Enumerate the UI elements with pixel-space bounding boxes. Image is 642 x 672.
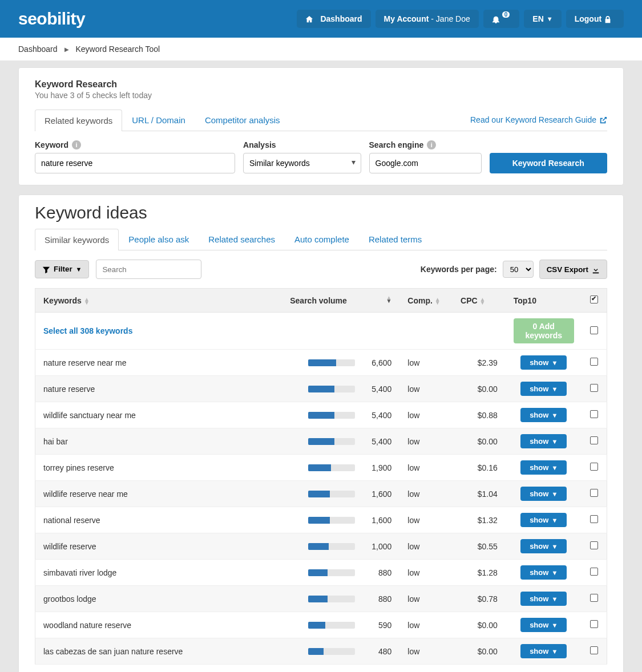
table-row: torrey pines reserve1,900low$0.16show ▼: [35, 455, 607, 481]
show-top10-button[interactable]: show ▼: [520, 487, 567, 501]
show-top10-button[interactable]: show ▼: [520, 618, 567, 632]
show-top10-button[interactable]: show ▼: [520, 408, 567, 422]
tab-url-domain[interactable]: URL / Domain: [122, 109, 195, 131]
col-select-all[interactable]: [582, 289, 607, 313]
checkbox[interactable]: [590, 594, 598, 602]
checkbox[interactable]: [590, 489, 598, 497]
keyword-label: Keyword i: [35, 140, 235, 149]
select-all-link[interactable]: Select all 308 keywords: [43, 326, 132, 335]
table-row: hai bar5,400low$0.00show ▼: [35, 428, 607, 455]
top-bar: seobility Dashboard My Account - Jane Do…: [0, 0, 642, 38]
show-top10-button[interactable]: show ▼: [520, 382, 567, 396]
keyword-input[interactable]: [35, 153, 235, 173]
keywords-per-page-select[interactable]: 50: [503, 261, 534, 278]
show-top10-button[interactable]: show ▼: [520, 592, 567, 606]
col-cpc[interactable]: CPC▲▼: [453, 289, 506, 313]
notifications-button[interactable]: 0: [483, 10, 520, 28]
breadcrumb-sep: ▶: [64, 46, 69, 52]
cpc-cell: $1.28: [453, 560, 506, 586]
tab-related-searches[interactable]: Related searches: [199, 228, 285, 250]
keyword-ideas-panel: Keyword ideas Similar keywords People al…: [18, 195, 624, 672]
show-top10-button[interactable]: show ▼: [520, 513, 567, 527]
checkbox[interactable]: [590, 646, 598, 654]
checkbox-master-icon[interactable]: [590, 295, 598, 303]
volume-value: 5,400: [364, 437, 391, 446]
keyword-cell: nature reserve near me: [35, 350, 282, 376]
keyword-cell: wildlife reserve near me: [35, 481, 282, 507]
checkbox[interactable]: [590, 515, 598, 523]
tab-related-keywords[interactable]: Related keywords: [35, 110, 122, 131]
checkbox[interactable]: [590, 463, 598, 471]
breadcrumb-current: Keyword Research Tool: [76, 44, 160, 54]
checkbox[interactable]: [590, 541, 598, 549]
add-keywords-button[interactable]: 0 Add keywords: [514, 318, 574, 343]
table-row: simbavati river lodge880low$1.28show ▼: [35, 560, 607, 586]
checkbox[interactable]: [590, 410, 598, 418]
cpc-cell: $0.16: [453, 455, 506, 481]
checkbox[interactable]: [590, 436, 598, 444]
col-comp[interactable]: Comp.▲▼: [399, 289, 453, 313]
show-top10-button[interactable]: show ▼: [520, 644, 567, 658]
chevron-down-icon: ▼: [76, 266, 82, 273]
tab-similar-keywords[interactable]: Similar keywords: [35, 229, 119, 250]
external-link-icon: [599, 115, 607, 124]
download-icon: [592, 265, 600, 273]
col-keywords[interactable]: Keywords▲▼: [35, 289, 282, 313]
tab-people-also-ask[interactable]: People also ask: [119, 228, 199, 250]
csv-export-button[interactable]: CSV Export: [539, 260, 607, 279]
dashboard-button[interactable]: Dashboard: [297, 10, 370, 28]
keyword-research-submit[interactable]: Keyword Research: [490, 153, 607, 173]
checkbox[interactable]: [590, 326, 598, 334]
info-icon[interactable]: i: [72, 140, 81, 149]
account-user: Jane Doe: [436, 14, 470, 23]
tab-related-terms[interactable]: Related terms: [359, 228, 431, 250]
language-button[interactable]: EN ▼: [524, 10, 561, 28]
cpc-cell: $0.00: [453, 638, 506, 665]
logo: seobility: [18, 9, 85, 29]
account-button[interactable]: My Account - Jane Doe: [375, 10, 479, 28]
volume-bar: [308, 491, 355, 497]
tab-auto-complete[interactable]: Auto complete: [285, 228, 359, 250]
filter-button[interactable]: Filter ▼: [35, 260, 89, 278]
chevron-down-icon: ▼: [551, 464, 558, 471]
show-top10-button[interactable]: show ▼: [520, 434, 567, 448]
show-top10-button[interactable]: show ▼: [520, 539, 567, 553]
search-input[interactable]: [96, 260, 201, 279]
checkbox[interactable]: [590, 568, 598, 576]
breadcrumb-root[interactable]: Dashboard: [18, 44, 58, 54]
volume-cell: 1,600: [282, 507, 399, 533]
comp-cell: low: [399, 612, 453, 638]
logout-label: Logout: [575, 14, 601, 23]
info-icon[interactable]: i: [427, 140, 436, 149]
analysis-label: Analysis: [243, 140, 361, 149]
logout-button[interactable]: Logout: [566, 10, 624, 28]
show-top10-button[interactable]: show ▼: [520, 565, 567, 580]
panel-title: Keyword Research: [35, 79, 607, 90]
checkbox[interactable]: [590, 384, 598, 392]
checkbox[interactable]: [590, 358, 598, 366]
chevron-down-icon: ▼: [551, 569, 558, 576]
volume-value: 1,600: [364, 489, 391, 499]
account-label: My Account: [384, 14, 429, 23]
volume-value: 1,900: [364, 463, 391, 472]
show-top10-button[interactable]: show ▼: [520, 355, 567, 370]
col-search-volume[interactable]: Search volume▲▼: [282, 289, 399, 313]
table-row: nature reserve5,400low$0.00show ▼: [35, 376, 607, 402]
cpc-cell: $0.00: [453, 612, 506, 638]
table-row: las cabezas de san juan nature reserve48…: [35, 638, 607, 665]
checkbox[interactable]: [590, 620, 598, 628]
keywords-per-page-label: Keywords per page:: [421, 265, 497, 274]
comp-cell: low: [399, 402, 453, 428]
volume-cell: 590: [282, 612, 399, 638]
chevron-down-icon: ▼: [551, 517, 558, 524]
table-row: national reserve1,600low$1.32show ▼: [35, 507, 607, 533]
guide-link[interactable]: Read our Keyword Research Guide: [470, 115, 607, 124]
engine-input[interactable]: [369, 153, 482, 173]
show-top10-button[interactable]: show ▼: [520, 460, 567, 475]
tab-competitor-analysis[interactable]: Competitor analysis: [195, 109, 290, 131]
csv-export-label: CSV Export: [547, 265, 588, 274]
volume-cell: 5,400: [282, 402, 399, 428]
table-row: grootbos lodge880low$0.78show ▼: [35, 586, 607, 612]
col-top10: Top10: [506, 289, 582, 313]
analysis-select[interactable]: Similar keywords: [243, 153, 361, 173]
